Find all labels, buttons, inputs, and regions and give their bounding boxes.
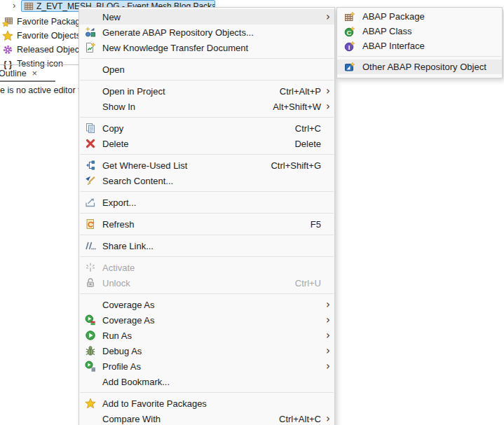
menu-item-label: Delete [102,139,286,149]
menu-item-generate-abap-repository-objects[interactable]: Generate ABAP Repository Objects... [79,25,334,40]
coverage-icon [83,314,97,326]
menu-item-debug-as[interactable]: Debug As› [79,343,334,358]
menu-item-label: Export... [102,197,321,208]
submenu-arrow-icon: › [321,315,330,325]
menu-item-label: ABAP Package [362,11,489,22]
delete-icon [83,138,97,149]
sidebar-item-label: Released Objects [17,45,86,55]
menu-item-abap-interface[interactable]: IABAP Interface [337,39,502,53]
menu-item-refresh[interactable]: RefreshF5 [79,216,334,232]
menu-item-export[interactable]: Export... [79,195,334,210]
svg-text:I: I [348,43,350,50]
menu-item-other-abap-repository-object[interactable]: Other ABAP Repository Object [337,60,502,74]
sidebar-item-released-objects[interactable]: Released Objects [2,43,90,57]
menu-item-label: Search Content... [102,176,321,186]
menu-item-abap-class[interactable]: CABAP Class [337,24,502,39]
submenu-arrow-icon: › [321,12,330,22]
menu-item-new[interactable]: New› [79,9,334,25]
menu-item-label: Unlock [102,278,287,288]
menu-item-label: Add to Favorite Packages [102,398,321,409]
menu-item-label: Coverage As [102,300,321,310]
submenu-arrow-icon: › [321,330,330,340]
menu-item-show-in[interactable]: Show InAlt+Shift+W› [79,99,334,114]
other-repo-icon [343,62,356,73]
menu-item-shortcut: F5 [311,219,321,230]
menu-item-label: Profile As [102,361,321,372]
menu-separator [80,191,334,192]
menu-item-shortcut: Alt+Shift+W [273,102,321,112]
search-content-icon [83,175,97,186]
menu-separator [80,256,334,257]
abap-package-new-icon [343,11,356,22]
menu-item-label: Show In [102,102,264,112]
menu-item-coverage-as[interactable]: Coverage As› [79,297,334,312]
menu-item-new-knowledge-transfer-document[interactable]: New Knowledge Transfer Document [79,40,334,55]
submenu-arrow-icon: › [321,102,330,111]
menu-item-label: Copy [102,123,287,134]
menu-item-label: Run As [102,330,321,341]
menu-item-shortcut: Ctrl+C [295,123,321,134]
menu-item-delete[interactable]: DeleteDelete [79,136,334,151]
menu-item-run-as[interactable]: Run As› [79,328,334,343]
menu-item-copy[interactable]: CopyCtrl+C [79,120,334,136]
outline-empty-message: e is no active editor t [0,85,81,95]
copy-icon [83,123,97,134]
menu-item-shortcut: Ctrl+U [295,278,321,288]
tab-outline-label: Outline [0,69,27,78]
menu-separator [80,58,334,59]
menu-item-profile-as[interactable]: Profile As› [79,358,334,374]
sidebar-item-favorite-packages[interactable]: Favorite Packages [2,15,90,29]
menu-item-abap-package[interactable]: ABAP Package [337,9,502,24]
abap-package-icon [24,1,34,11]
close-icon[interactable]: × [32,68,38,78]
menu-item-label: New [102,12,321,22]
unlock-icon [83,277,97,288]
menu-item-coverage-as[interactable]: Coverage As› [79,312,334,328]
no-icon [83,413,97,424]
run-icon [83,330,97,341]
menu-separator [80,392,334,393]
sidebar-item-favorite-objects[interactable]: Favorite Objects [2,29,90,43]
menu-item-label: Debug As [102,346,321,356]
explorer-item-list: Favorite PackagesFavorite ObjectsRelease… [2,15,90,71]
menu-separator [80,154,334,155]
menu-separator [80,80,334,81]
submenu-arrow-icon: › [321,414,330,424]
tab-outline[interactable]: Outline × [0,65,41,81]
favorite-package-icon [2,16,13,27]
menu-item-open[interactable]: Open [79,62,334,77]
tree-expander-icon[interactable]: › [13,0,15,11]
menu-item-share-link[interactable]: Share Link... [79,238,334,253]
abap-class-icon: C [343,26,356,37]
context-menu: New›Generate ABAP Repository Objects...N… [79,7,335,425]
menu-item-search-content[interactable]: Search Content... [79,173,334,188]
menu-item-label: ABAP Class [362,26,489,36]
menu-item-add-to-favorite-packages[interactable]: Add to Favorite Packages [79,396,334,411]
no-icon [83,376,97,387]
menu-separator [80,213,334,214]
menu-item-compare-with[interactable]: Compare WithCtrl+Alt+C› [79,411,334,425]
menu-item-get-where-used-list[interactable]: Get Where-Used ListCtrl+Shift+G [79,158,334,173]
sidebar-item-label: Favorite Objects [17,31,81,41]
menu-item-label: Activate [102,263,321,273]
debug-icon [83,345,97,356]
menu-item-label: Generate ABAP Repository Objects... [102,27,321,38]
menu-item-open-in-project[interactable]: Open in ProjectCtrl+Alt+P› [79,83,334,99]
menu-separator [80,235,334,235]
submenu-arrow-icon: › [321,86,330,96]
menu-item-label: Get Where-Used List [102,160,262,171]
menu-item-shortcut: Ctrl+Alt+P [280,86,321,97]
menu-item-label: Coverage As [102,315,321,326]
abap-interface-icon: I [343,41,356,52]
no-icon [83,85,97,97]
submenu-arrow-icon: › [321,346,330,356]
no-icon [83,101,97,112]
gear-icon [2,44,13,55]
menu-item-label: Refresh [102,219,302,230]
menu-item-unlock: UnlockCtrl+U [79,275,334,291]
menu-item-add-bookmark[interactable]: Add Bookmark... [79,374,334,389]
profile-icon [83,361,97,372]
menu-item-label: Share Link... [102,241,321,251]
share-link-icon [83,240,97,251]
active-tab-underline [0,81,55,82]
